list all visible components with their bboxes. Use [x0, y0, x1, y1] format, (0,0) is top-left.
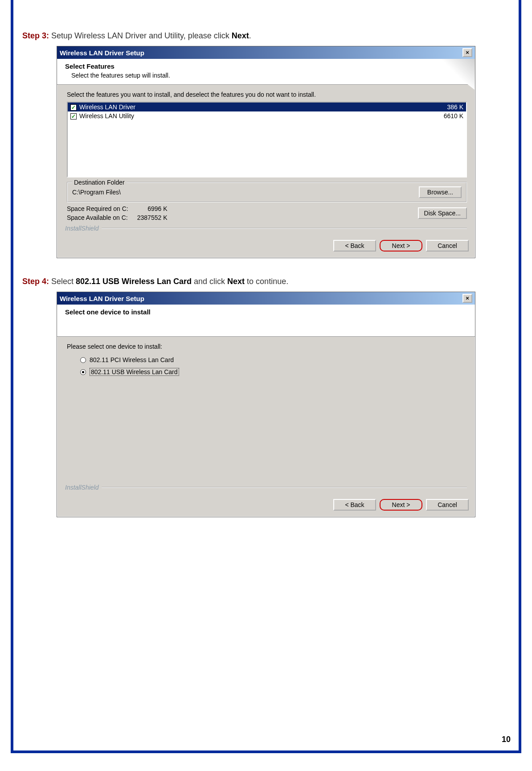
feature-list[interactable]: ✓Wireless LAN Driver 386 K ✓Wireless LAN…: [67, 102, 467, 177]
disk-space-button[interactable]: Disk Space...: [418, 207, 467, 219]
installer-window-2: Wireless LAN Driver Setup × Select one d…: [57, 292, 475, 517]
next-button[interactable]: Next >: [380, 240, 422, 252]
close-icon[interactable]: ×: [462, 48, 472, 57]
destination-folder-frame: Destination Folder C:\Program Files\ Bro…: [67, 182, 467, 202]
wizard-buttons: < Back Next > Cancel: [57, 237, 475, 258]
subheader: Select one device to install: [57, 305, 475, 337]
radio-icon: [80, 369, 86, 375]
destination-path: C:\Program Files\: [72, 189, 121, 196]
window-title: Wireless LAN Driver Setup: [60, 49, 144, 57]
back-button[interactable]: < Back: [333, 240, 376, 252]
space-required-label: Space Required on C:: [67, 205, 128, 212]
feature-size: 6610 K: [444, 112, 463, 120]
step3-label: Step 3:: [22, 31, 49, 40]
radio-usb[interactable]: 802.11 USB Wireless Lan Card: [80, 368, 467, 376]
subheader: Select Features Select the features setu…: [57, 59, 475, 85]
subheader-title: Select Features: [65, 62, 469, 70]
titlebar: Wireless LAN Driver Setup ×: [57, 46, 475, 59]
browse-button[interactable]: Browse...: [419, 186, 462, 198]
cancel-button[interactable]: Cancel: [426, 240, 469, 252]
radio-pci[interactable]: 802.11 PCI Wireless Lan Card: [80, 356, 467, 363]
features-explain: Select the features you want to install,…: [67, 91, 467, 98]
radio-icon: [80, 357, 86, 363]
step3-line: Step 3: Setup Wireless LAN Driver and Ut…: [22, 31, 510, 41]
back-button[interactable]: < Back: [333, 499, 376, 511]
content-frame: Step 3: Setup Wireless LAN Driver and Ut…: [11, 0, 521, 753]
feature-row-utility[interactable]: ✓Wireless LAN Utility 6610 K: [68, 111, 466, 120]
feature-size: 386 K: [447, 103, 463, 111]
installer-window-1: Wireless LAN Driver Setup × Select Featu…: [57, 46, 475, 258]
close-icon[interactable]: ×: [462, 294, 472, 303]
space-available-value: 2387552 K: [137, 214, 168, 221]
device-radio-group: 802.11 PCI Wireless Lan Card 802.11 USB …: [80, 356, 467, 376]
page-number: 10: [502, 735, 511, 744]
window-title: Wireless LAN Driver Setup: [60, 295, 144, 302]
device-explain: Please select one device to install:: [67, 343, 467, 350]
subheader-desc: Select the features setup will install.: [65, 72, 469, 79]
cancel-button[interactable]: Cancel: [426, 499, 469, 511]
next-button[interactable]: Next >: [380, 499, 422, 511]
checkbox-icon[interactable]: ✓: [70, 104, 77, 111]
feature-row-driver[interactable]: ✓Wireless LAN Driver 386 K: [68, 103, 466, 111]
destination-legend: Destination Folder: [72, 179, 127, 186]
space-available-label: Space Available on C:: [67, 214, 128, 221]
titlebar: Wireless LAN Driver Setup ×: [57, 292, 475, 305]
space-required-value: 6996 K: [137, 205, 168, 212]
installshield-divider: InstallShield: [65, 225, 467, 232]
step4-label: Step 4:: [22, 277, 49, 286]
step4-line: Step 4: Select 802.11 USB Wireless Lan C…: [22, 277, 510, 286]
subheader-title: Select one device to install: [65, 308, 469, 316]
installshield-divider: InstallShield: [65, 484, 467, 491]
checkbox-icon[interactable]: ✓: [70, 113, 77, 120]
wizard-buttons: < Back Next > Cancel: [57, 496, 475, 517]
space-info: Space Required on C: 6996 K Disk Space..…: [67, 205, 467, 221]
